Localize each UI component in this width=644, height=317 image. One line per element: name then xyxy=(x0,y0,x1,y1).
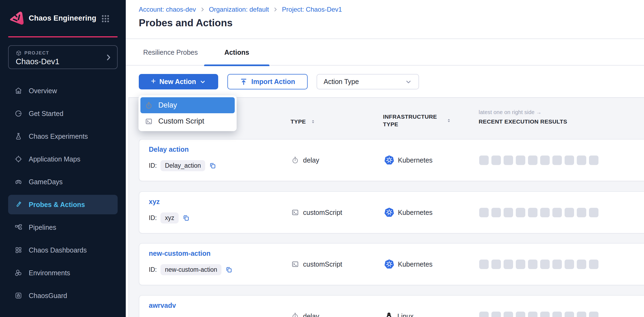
new-action-label: New Action xyxy=(159,78,196,86)
module-grid-icon[interactable] xyxy=(101,14,110,23)
page-title: Probes and Actions xyxy=(139,17,233,29)
sidebar-item-label: Chaos Dashboards xyxy=(29,246,87,254)
action-type-select[interactable]: Action Type xyxy=(317,74,419,89)
pipeline-icon xyxy=(14,223,23,232)
menu-item-label: Delay xyxy=(158,101,177,109)
project-selector[interactable]: PROJECT Chaos-Dev1 xyxy=(8,45,118,69)
execution-result-placeholder xyxy=(589,312,598,317)
type-value: delay xyxy=(303,156,319,164)
execution-result-placeholder xyxy=(516,312,525,317)
execution-result-placeholder xyxy=(528,208,537,217)
action-id-value: xyz xyxy=(160,212,179,224)
breadcrumb-organization[interactable]: Organization: default xyxy=(209,6,269,13)
sidebar-item-label: GameDays xyxy=(29,178,63,186)
action-name-link[interactable]: Delay action xyxy=(149,145,189,153)
id-label: ID: xyxy=(149,162,157,169)
test-tube-icon xyxy=(14,200,23,209)
sidebar-item-label: Probes & Actions xyxy=(29,201,85,209)
action-name-link[interactable]: new-custom-action xyxy=(149,250,211,257)
tab-label: Actions xyxy=(224,48,249,56)
import-action-button[interactable]: Import Action xyxy=(227,74,308,89)
sidebar-item-application-maps[interactable]: Application Maps xyxy=(8,149,118,169)
execution-result-placeholder xyxy=(479,312,489,317)
column-header-results: RECENT EXECUTION RESULTS xyxy=(479,118,567,125)
sidebar-item-label: Chaos Experiments xyxy=(29,132,88,140)
kubernetes-icon xyxy=(384,259,394,269)
execution-result-placeholder xyxy=(491,208,501,217)
breadcrumb-project[interactable]: Project: Chaos-Dev1 xyxy=(282,6,342,13)
breadcrumb-account[interactable]: Account: chaos-dev xyxy=(139,6,196,13)
action-id-value: Delay_action xyxy=(160,160,205,171)
chevron-down-icon xyxy=(199,79,206,85)
breadcrumb-separator-icon xyxy=(273,7,278,12)
project-label: PROJECT xyxy=(24,50,49,56)
new-action-button[interactable]: + New Action xyxy=(139,74,218,89)
execution-results-cell xyxy=(479,296,598,317)
brand-name: Chaos Engineering xyxy=(29,14,96,22)
sidebar-item-chaosguard[interactable]: ChaosGuard xyxy=(8,286,118,305)
linux-icon xyxy=(384,312,394,317)
infrastructure-cell: Kubernetes xyxy=(384,140,433,181)
menu-item-delay[interactable]: Delay xyxy=(140,97,235,113)
execution-result-placeholder xyxy=(589,260,598,269)
infrastructure-value: Kubernetes xyxy=(398,260,433,268)
tab-label: Resilience Probes xyxy=(143,48,198,56)
execution-result-placeholder xyxy=(540,312,550,317)
table-row: new-custom-action ID: new-custom-action … xyxy=(139,243,644,285)
execution-results-cell xyxy=(479,244,598,285)
execution-result-placeholder xyxy=(565,156,574,165)
execution-result-placeholder xyxy=(479,260,489,269)
menu-item-custom-script[interactable]: Custom Script xyxy=(140,113,235,129)
tab-resilience-probes[interactable]: Resilience Probes xyxy=(141,39,200,66)
sidebar-item-chaos-dashboards[interactable]: Chaos Dashboards xyxy=(8,240,118,260)
lock-shield-icon xyxy=(14,291,23,300)
execution-result-placeholder xyxy=(589,156,598,165)
action-name-link[interactable]: awrvadv xyxy=(149,302,176,309)
sidebar-item-pipelines[interactable]: Pipelines xyxy=(8,218,118,237)
dashboard-icon xyxy=(14,246,23,254)
infrastructure-cell: Kubernetes xyxy=(384,192,433,233)
sort-icon[interactable] xyxy=(310,119,316,125)
execution-result-placeholder xyxy=(528,156,537,165)
copy-icon[interactable] xyxy=(182,214,190,222)
execution-result-placeholder xyxy=(516,260,525,269)
sidebar-item-chaos-experiments[interactable]: Chaos Experiments xyxy=(8,127,118,146)
sidebar-item-environments[interactable]: Environments xyxy=(8,263,118,283)
execution-result-placeholder xyxy=(565,208,574,217)
plus-icon: + xyxy=(151,76,156,86)
copy-icon[interactable] xyxy=(209,162,216,169)
home-icon xyxy=(14,86,23,95)
hexagons-icon xyxy=(14,269,23,277)
type-cell: delay xyxy=(291,296,319,317)
execution-result-placeholder xyxy=(565,260,574,269)
execution-result-placeholder xyxy=(589,208,598,217)
tab-actions[interactable]: Actions xyxy=(204,39,269,66)
execution-result-placeholder xyxy=(552,208,562,217)
action-name-link[interactable]: xyz xyxy=(149,198,160,206)
action-id-value: new-custom-action xyxy=(160,264,221,275)
action-id-row: ID: new-custom-action xyxy=(149,264,233,275)
sidebar-item-get-started[interactable]: Get Started xyxy=(8,104,118,123)
sidebar-item-overview[interactable]: Overview xyxy=(8,81,118,101)
breadcrumb-separator-icon xyxy=(200,7,205,12)
execution-result-placeholder xyxy=(504,312,513,317)
sidebar-nav: Overview Get Started Chaos Experiment xyxy=(8,81,118,309)
column-header-label: TYPE xyxy=(291,118,306,125)
tab-bar: Resilience Probes Actions xyxy=(126,39,644,66)
sidebar-item-probes-actions[interactable]: Probes & Actions xyxy=(8,195,118,214)
main-content: Account: chaos-dev Organization: default… xyxy=(126,0,644,317)
brand-divider xyxy=(8,36,118,37)
infrastructure-value: Linux xyxy=(397,312,414,317)
flask-icon xyxy=(14,132,23,141)
column-header-infrastructure: INFRASTRUCTURE TYPE xyxy=(383,113,452,128)
sidebar-item-label: Application Maps xyxy=(29,155,80,163)
execution-result-placeholder xyxy=(516,208,525,217)
copy-icon[interactable] xyxy=(225,266,233,273)
stopwatch-icon xyxy=(291,312,299,317)
execution-result-placeholder xyxy=(479,156,489,165)
sidebar-item-gamedays[interactable]: GameDays xyxy=(8,172,118,192)
import-action-label: Import Action xyxy=(251,78,295,86)
sort-icon[interactable] xyxy=(446,118,452,124)
sidebar: Chaos Engineering PROJECT Chaos-Dev1 xyxy=(0,0,126,317)
sidebar-item-label: Overview xyxy=(29,87,57,95)
